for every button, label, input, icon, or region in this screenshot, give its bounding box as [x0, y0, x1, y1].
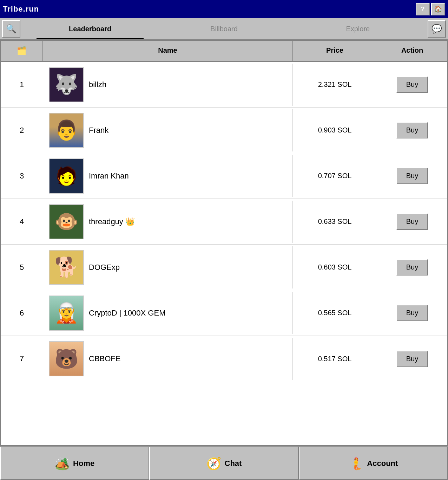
- column-action: Action: [377, 41, 447, 61]
- buy-button[interactable]: Buy: [396, 259, 428, 275]
- rank-cell: 7: [1, 351, 43, 367]
- column-rank[interactable]: 🗂️: [1, 41, 43, 61]
- action-cell: Buy: [377, 255, 447, 279]
- chat-nav-icon: 🧭: [206, 456, 221, 471]
- price-cell: 0.903 SOL: [293, 123, 377, 138]
- buy-button[interactable]: Buy: [396, 76, 428, 93]
- action-cell: Buy: [377, 118, 447, 142]
- home-nav-button[interactable]: 🏕️ Home: [0, 447, 149, 480]
- buy-button[interactable]: Buy: [396, 305, 428, 321]
- nav-tabs: Leaderboard Billboard Explore: [23, 20, 425, 38]
- avatar: [49, 113, 84, 148]
- action-cell: Buy: [377, 164, 447, 188]
- user-name: Frank: [89, 126, 108, 135]
- name-cell: DOGExp: [43, 246, 293, 288]
- leaderboard-table: 🗂️ Name Price Action 1 billzh 2.321 SOL …: [0, 40, 448, 446]
- title-bar: Tribe.run ? 🏠: [0, 0, 448, 18]
- user-name: CryptoD | 1000X GEM: [89, 309, 165, 318]
- avatar: [49, 67, 84, 102]
- name-cell: CBBOFE: [43, 338, 293, 380]
- avatar: [49, 158, 84, 194]
- tab-leaderboard[interactable]: Leaderboard: [23, 20, 157, 38]
- table-header: 🗂️ Name Price Action: [1, 41, 447, 62]
- action-cell: Buy: [377, 301, 447, 325]
- table-row: 1 billzh 2.321 SOL Buy: [1, 62, 447, 108]
- price-cell: 0.565 SOL: [293, 305, 377, 320]
- rank-cell: 2: [1, 122, 43, 138]
- name-cell: CryptoD | 1000X GEM: [43, 292, 293, 334]
- chat-nav-button[interactable]: 🧭 Chat: [149, 447, 298, 480]
- name-cell: Imran Khan: [43, 155, 293, 197]
- buy-button[interactable]: Buy: [396, 213, 428, 230]
- buy-button[interactable]: Buy: [396, 168, 428, 184]
- account-nav-label: Account: [367, 459, 398, 468]
- table-row: 7 CBBOFE 0.517 SOL Buy: [1, 336, 447, 382]
- tab-explore[interactable]: Explore: [291, 20, 425, 38]
- name-cell: threadguy 👑: [43, 201, 293, 243]
- sort-icon: 🗂️: [17, 46, 26, 56]
- home-button[interactable]: 🏠: [431, 3, 445, 15]
- title-buttons: ? 🏠: [416, 3, 445, 15]
- avatar: [49, 296, 84, 331]
- bottom-nav: 🏕️ Home 🧭 Chat 🧜 Account: [0, 446, 448, 480]
- table-row: 4 threadguy 👑 0.633 SOL Buy: [1, 199, 447, 245]
- search-button[interactable]: 🔍: [2, 20, 20, 38]
- table-row: 2 Frank 0.903 SOL Buy: [1, 108, 447, 153]
- buy-button[interactable]: Buy: [396, 122, 428, 138]
- chat-icon: 💬: [431, 24, 442, 34]
- account-nav-icon: 🧜: [349, 456, 363, 471]
- chat-icon-button[interactable]: 💬: [428, 20, 446, 38]
- rank-cell: 5: [1, 259, 43, 275]
- search-icon: 🔍: [6, 24, 17, 34]
- avatar: [49, 204, 84, 239]
- column-name: Name: [43, 41, 293, 61]
- user-name: DOGExp: [89, 263, 120, 272]
- tab-billboard[interactable]: Billboard: [157, 20, 291, 38]
- price-cell: 0.603 SOL: [293, 260, 377, 275]
- home-nav-icon: 🏕️: [55, 456, 70, 471]
- user-name: CBBOFE: [89, 354, 120, 363]
- price-cell: 2.321 SOL: [293, 77, 377, 92]
- user-name: billzh: [89, 80, 106, 89]
- rank-cell: 6: [1, 305, 43, 321]
- price-cell: 0.633 SOL: [293, 214, 377, 229]
- rank-cell: 3: [1, 168, 43, 184]
- avatar: [49, 250, 84, 285]
- table-row: 5 DOGExp 0.603 SOL Buy: [1, 245, 447, 290]
- table-row: 6 CryptoD | 1000X GEM 0.565 SOL Buy: [1, 290, 447, 336]
- user-name: threadguy 👑: [89, 217, 135, 226]
- table-body: 1 billzh 2.321 SOL Buy 2 Frank 0.9: [1, 62, 447, 445]
- price-cell: 0.707 SOL: [293, 168, 377, 183]
- table-row: 3 Imran Khan 0.707 SOL Buy: [1, 153, 447, 199]
- account-nav-button[interactable]: 🧜 Account: [299, 447, 448, 480]
- action-cell: Buy: [377, 347, 447, 371]
- nav-bar: 🔍 Leaderboard Billboard Explore 💬: [0, 18, 448, 40]
- help-button[interactable]: ?: [416, 3, 430, 15]
- price-cell: 0.517 SOL: [293, 351, 377, 367]
- home-nav-label: Home: [73, 459, 94, 468]
- chat-nav-label: Chat: [225, 459, 242, 468]
- app-title: Tribe.run: [3, 5, 39, 14]
- column-price: Price: [293, 41, 377, 61]
- name-cell: Frank: [43, 109, 293, 151]
- avatar: [49, 341, 84, 376]
- name-cell: billzh: [43, 64, 293, 106]
- action-cell: Buy: [377, 210, 447, 233]
- rank-cell: 1: [1, 77, 43, 93]
- rank-cell: 4: [1, 214, 43, 230]
- buy-button[interactable]: Buy: [396, 351, 428, 367]
- user-name: Imran Khan: [89, 171, 129, 181]
- action-cell: Buy: [377, 73, 447, 96]
